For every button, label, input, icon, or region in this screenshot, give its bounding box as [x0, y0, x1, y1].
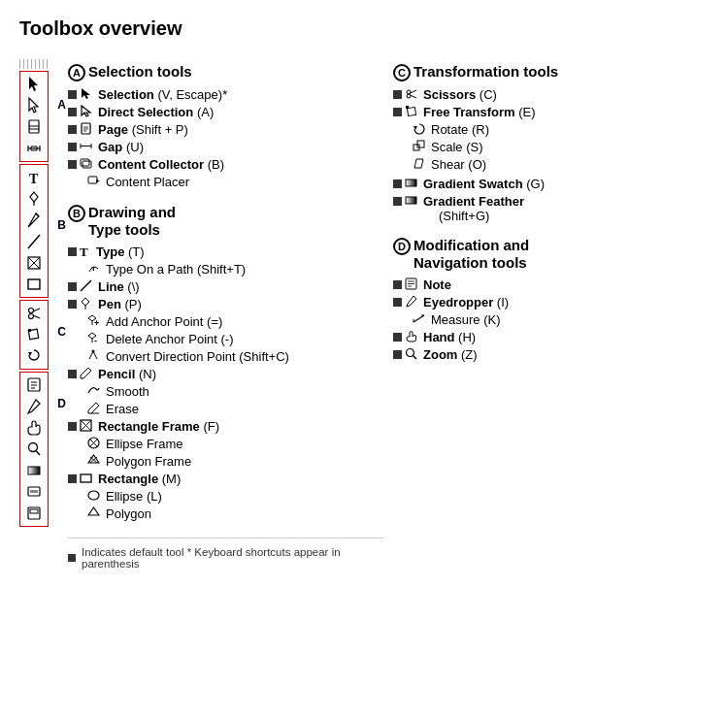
svg-line-29: [37, 451, 41, 455]
tool-label: Measure (K): [431, 312, 501, 327]
list-item: Direct Selection (A): [68, 105, 383, 120]
tool-group-b: T: [19, 164, 49, 298]
tool-group-d: [19, 372, 49, 527]
tool-icon-hand-disp: [405, 330, 417, 345]
tool-direct-select[interactable]: [22, 95, 46, 116]
circle-d: D: [393, 238, 411, 255]
tool-page[interactable]: [22, 116, 46, 138]
group-a-label: A: [57, 98, 66, 112]
svg-point-17: [29, 309, 34, 313]
tool-icon-polygon: [87, 506, 100, 522]
svg-rect-45: [83, 161, 91, 168]
default-marker: [68, 300, 77, 309]
section-title-transformation: Transformation tools: [414, 63, 558, 81]
list-item: Gradient Feather(Shift+G): [393, 194, 709, 223]
tool-label: Type (T): [96, 244, 145, 259]
list-item: Pencil (N): [68, 367, 383, 382]
list-item: Rectangle (M): [68, 472, 383, 487]
list-item: Eyedropper (I): [393, 295, 709, 310]
tool-label: Type On a Path (Shift+T): [106, 262, 246, 277]
svg-line-72: [411, 90, 417, 93]
tool-line[interactable]: [22, 231, 46, 252]
tool-label: Selection (V, Escape)*: [98, 87, 227, 102]
svg-text:+: +: [94, 318, 99, 327]
tool-gradient[interactable]: [22, 460, 46, 481]
tool-label: Eyedropper (I): [423, 295, 509, 310]
tool-rect[interactable]: [22, 274, 46, 295]
tool-arrow[interactable]: [22, 74, 46, 95]
default-marker: [393, 108, 402, 116]
main-content: A T: [19, 55, 709, 570]
svg-line-12: [28, 235, 40, 248]
tool-extra2[interactable]: [22, 503, 46, 524]
default-marker: [68, 90, 77, 99]
default-marker: [393, 197, 402, 206]
section-header-modification: D Modification andNavigation tools: [393, 237, 709, 272]
svg-line-11: [36, 213, 39, 216]
tool-pencil[interactable]: [22, 210, 46, 231]
tool-eyedropper[interactable]: [22, 396, 46, 417]
tool-rect-frame[interactable]: [22, 252, 46, 274]
tool-icon-rect-frame: [80, 419, 92, 435]
tool-label: Line (\): [98, 279, 140, 294]
svg-marker-1: [29, 98, 38, 113]
section-header-drawing: B Drawing andType tools: [68, 204, 383, 239]
toolbox-sidebar: A T: [19, 55, 49, 570]
tool-icon-ellipse: [87, 489, 100, 505]
svg-point-68: [88, 491, 99, 500]
default-marker: [68, 108, 77, 116]
tool-label: Ellipse Frame: [106, 437, 182, 451]
section-header-transformation: C Transformation tools: [393, 63, 709, 81]
tool-label: Direct Selection (A): [98, 105, 214, 119]
tool-rotate[interactable]: [22, 345, 46, 367]
tool-label: Ellipse (L): [106, 489, 162, 504]
list-item: Pen (P): [68, 297, 383, 312]
tool-gap[interactable]: [22, 138, 46, 159]
tool-scissors[interactable]: [22, 303, 46, 324]
tool-zoom[interactable]: [22, 439, 46, 460]
list-item: Content Collector (B): [68, 157, 383, 173]
tool-icon-direct: [80, 105, 92, 120]
list-item: Ellipse Frame: [68, 437, 383, 452]
list-item: Scissors (C): [393, 87, 709, 103]
tool-icon-line: [80, 279, 92, 295]
tool-label: Pen (P): [98, 297, 142, 311]
tool-type[interactable]: T: [22, 167, 46, 188]
svg-point-18: [29, 314, 34, 319]
svg-line-50: [81, 280, 91, 291]
tool-icon-typepath: T: [87, 262, 100, 277]
tool-label: Note: [423, 277, 451, 292]
svg-marker-47: [96, 179, 100, 182]
list-item: Polygon Frame: [68, 454, 383, 470]
tool-note[interactable]: [22, 375, 46, 396]
tool-label: Add Anchor Point (=): [106, 314, 222, 329]
content-columns: A Selection tools Selection (V, Escape)*: [58, 55, 709, 570]
tool-pen[interactable]: [22, 188, 46, 210]
tool-icon-pen: [80, 297, 92, 312]
tool-icon-convert: [87, 349, 100, 365]
tool-icon-shear: [413, 157, 425, 173]
tool-icon-ellipse-frame: [87, 437, 100, 452]
svg-marker-69: [88, 507, 99, 515]
tool-label: Gap (U): [98, 140, 144, 154]
page-title: Toolbox overview: [19, 17, 709, 40]
svg-text:T: T: [80, 244, 88, 257]
default-marker: [68, 247, 77, 256]
tool-label: Free Transform (E): [423, 105, 536, 119]
tool-free-transform[interactable]: [22, 324, 46, 345]
list-item: Erase: [68, 402, 383, 417]
tool-extra1[interactable]: [22, 481, 46, 503]
tool-icon-gradient-swatch: [405, 177, 417, 192]
list-item: Page (Shift + P): [68, 122, 383, 138]
default-marker: [393, 350, 402, 359]
svg-line-73: [411, 95, 417, 98]
tool-hand[interactable]: [22, 417, 46, 439]
svg-rect-67: [81, 474, 91, 482]
tool-label: Rectangle Frame (F): [98, 419, 219, 434]
svg-line-85: [414, 315, 424, 322]
tool-icon-type: T: [80, 244, 90, 260]
circle-b: B: [68, 205, 85, 222]
circle-a: A: [68, 64, 85, 81]
list-item: Gap (U): [68, 140, 383, 155]
svg-text:T: T: [91, 265, 96, 273]
